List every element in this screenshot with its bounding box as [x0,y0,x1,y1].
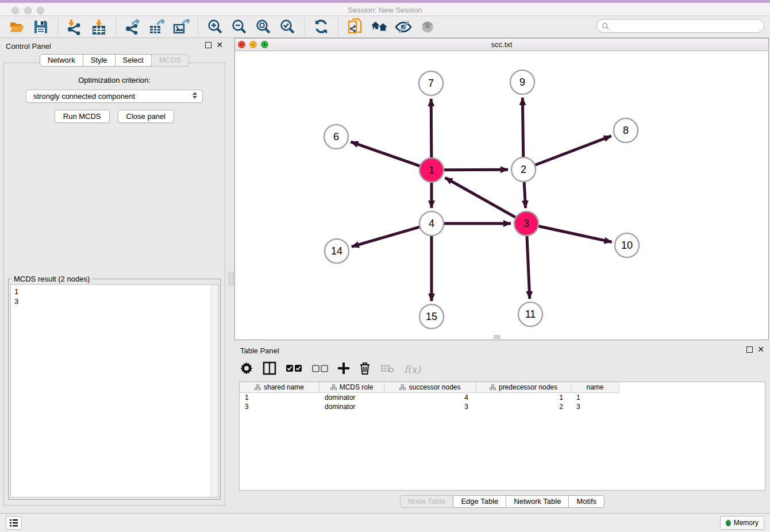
close-panel-icon[interactable]: ✕ [216,42,223,48]
edge-3-11[interactable] [527,236,530,299]
float-panel-icon[interactable] [205,42,211,48]
mcds-result-fieldset: MCDS result (2 nodes) 1 3 [8,279,221,500]
graph-node-2[interactable]: 2 [511,157,536,182]
network-file-title: scc.txt [235,40,768,49]
import-table-icon[interactable] [90,18,107,36]
cell-MCDS-role[interactable]: dominator [319,402,384,411]
graph-node-7[interactable]: 7 [419,71,443,95]
svg-text:9: 9 [519,76,525,88]
deselect-all-columns-icon[interactable] [312,364,328,375]
tab-network[interactable]: Network [40,54,83,67]
cell-name[interactable]: 1 [571,393,619,402]
cell-name[interactable]: 3 [571,402,619,411]
graph-node-8[interactable]: 8 [614,118,638,142]
graph-node-9[interactable]: 9 [510,70,534,94]
run-mcds-button[interactable]: Run MCDS [55,110,110,123]
apply-layout-icon[interactable] [313,18,330,36]
graph-node-1[interactable]: 1 [419,158,444,182]
control-panel-tabs: NetworkStyleSelectMCDS [0,54,229,67]
sort-hierarchy-icon [490,384,496,390]
network-canvas[interactable]: 1234678910111415 [235,51,768,340]
graph-node-10[interactable]: 10 [615,233,639,257]
column-header-name[interactable]: name [571,382,619,393]
svg-text:14: 14 [331,245,342,257]
delete-column-trash-icon[interactable] [359,362,371,377]
new-network-from-selection-icon[interactable] [346,18,364,36]
search-field[interactable] [596,19,764,33]
table-row[interactable]: 3dominator323 [240,402,765,411]
zoom-selected-icon[interactable] [279,18,296,36]
edge-2-9[interactable] [522,98,523,157]
edge-4-14[interactable] [352,227,420,247]
sort-hierarchy-icon [399,384,406,390]
edge-2-8[interactable] [535,136,611,165]
show-hidden-eye-icon[interactable] [419,18,436,36]
graph-node-11[interactable]: 11 [518,302,542,326]
cell-predecessor-nodes[interactable]: 2 [476,402,571,411]
export-network-icon[interactable] [124,18,141,36]
cell-MCDS-role[interactable]: dominator [319,393,384,402]
cell-successor-nodes[interactable]: 3 [384,402,476,411]
memory-button[interactable]: Memory [720,516,764,530]
cell-shared-name[interactable]: 1 [240,393,319,402]
select-all-columns-icon[interactable] [286,364,302,375]
tab-network-table[interactable]: Network Table [506,495,569,508]
tab-mcds[interactable]: MCDS [151,54,189,67]
edge-1-6[interactable] [351,142,420,166]
edge-3-1[interactable] [445,178,516,217]
column-browser-icon[interactable] [263,361,276,377]
svg-text:15: 15 [426,311,437,322]
list-icon [10,519,18,527]
tab-node-table[interactable]: Node Table [400,495,454,508]
tab-edge-table[interactable]: Edge Table [453,495,506,508]
edge-3-10[interactable] [538,226,612,242]
vertical-splitter-handle[interactable] [229,272,234,286]
zoom-out-icon[interactable] [230,18,248,36]
select-stepper-icon [192,92,197,99]
task-history-button[interactable] [6,516,22,530]
cell-shared-name[interactable]: 3 [240,402,319,411]
graph-node-4[interactable]: 4 [419,211,444,236]
show-all-houses-icon[interactable] [371,18,388,36]
column-header-shared-name[interactable]: shared name [240,382,319,393]
edge-1-7[interactable] [431,99,432,158]
hide-selected-eye-slash-icon[interactable] [395,18,412,36]
table-close-panel-icon[interactable]: ✕ [757,346,764,353]
export-image-icon[interactable] [172,18,190,36]
cell-successor-nodes[interactable]: 4 [384,393,476,402]
close-panel-button[interactable]: Close panel [118,110,175,123]
app-window: Session: New Session [0,0,770,532]
cell-predecessor-nodes[interactable]: 1 [476,393,571,402]
export-table-icon[interactable] [148,18,165,36]
search-input[interactable] [612,22,756,30]
column-header-successor-nodes[interactable]: successor nodes [384,382,476,393]
node-table[interactable]: shared nameMCDS rolesuccessor nodesprede… [239,381,765,491]
save-session-icon[interactable] [32,18,49,36]
graph-node-14[interactable]: 14 [325,239,349,263]
zoom-fit-icon[interactable] [255,18,272,36]
edge-1-2[interactable] [444,169,508,170]
table-row[interactable]: 1dominator411 [240,393,765,402]
create-column-plus-icon[interactable] [338,363,349,376]
graph-node-6[interactable]: 6 [324,125,348,149]
tab-style[interactable]: Style [83,54,116,67]
table-float-panel-icon[interactable] [746,346,753,353]
zoom-in-icon[interactable] [206,18,224,36]
import-network-icon[interactable] [66,18,83,36]
open-folder-icon[interactable] [8,18,25,36]
graph-node-15[interactable]: 15 [419,304,444,329]
tab-motifs[interactable]: Motifs [568,495,605,508]
optimization-criterion-select[interactable]: strongly connected component [26,90,203,103]
canvas-splitter-grip[interactable] [494,335,500,339]
table-panel-title: Table Panel [240,346,279,355]
result-scrollbar[interactable] [211,285,218,497]
control-panel-title: Control Panel [6,42,51,51]
graph-node-3[interactable]: 3 [514,211,538,236]
edge-2-3[interactable] [524,182,525,208]
column-header-MCDS-role[interactable]: MCDS role [319,382,384,393]
table-settings-gear-icon[interactable] [240,362,253,377]
network-view-window: ✕ − + scc.txt 1234678910111415 [234,38,769,340]
tab-select[interactable]: Select [115,54,152,67]
mcds-result-title: MCDS result (2 nodes) [11,275,92,283]
column-header-predecessor-nodes[interactable]: predecessor nodes [476,382,571,393]
